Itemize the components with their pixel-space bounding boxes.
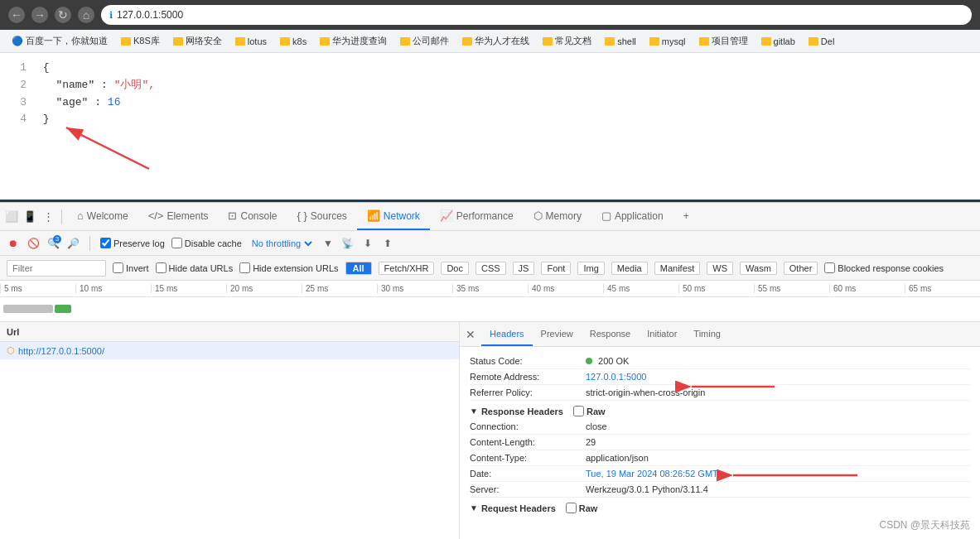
tab-console[interactable]: ⊡ Console <box>218 203 287 230</box>
timing-tab-label: Timing <box>693 329 721 339</box>
fetch-xhr-button[interactable]: Fetch/XHR <box>379 262 435 275</box>
tab-add[interactable]: + <box>673 203 699 230</box>
bookmark-baidu[interactable]: 🔵 百度一下，你就知道 <box>7 33 113 49</box>
forward-button[interactable]: → <box>31 7 48 23</box>
request-raw-input[interactable] <box>566 503 577 513</box>
url-header-label: Url <box>7 327 19 337</box>
close-button[interactable]: ✕ <box>463 327 478 342</box>
json-brace-close: } <box>43 113 50 125</box>
tick-10ms: 10 ms <box>75 284 151 293</box>
tab-response[interactable]: Response <box>582 322 640 346</box>
bookmark-label: Del <box>821 36 835 46</box>
tab-application[interactable]: ▢ Application <box>591 203 673 230</box>
folder-icon <box>809 37 818 46</box>
address-bar[interactable]: ℹ 127.0.0.1:5000 <box>101 5 972 25</box>
manifest-button[interactable]: Manifest <box>654 262 701 275</box>
filter-input[interactable] <box>7 260 106 277</box>
url-list-item[interactable]: ⬡ http://127.0.0.1:5000/ <box>0 342 459 359</box>
ws-button[interactable]: WS <box>707 262 733 275</box>
img-button[interactable]: Img <box>577 262 604 275</box>
js-button[interactable]: JS <box>513 262 535 275</box>
clear-icon[interactable]: 🚫 <box>27 237 40 250</box>
line-number: 2 <box>10 77 27 94</box>
tab-memory[interactable]: ⬡ Memory <box>524 203 591 230</box>
font-button[interactable]: Font <box>541 262 571 275</box>
timeline-bar-gray <box>3 305 53 313</box>
device-icon[interactable]: 📱 <box>22 209 38 225</box>
blocked-cookies-checkbox[interactable]: Blocked response cookies <box>824 262 944 273</box>
throttle-down-icon[interactable]: ▼ <box>321 237 335 250</box>
preserve-log-input[interactable] <box>100 238 111 248</box>
wasm-button[interactable]: Wasm <box>740 262 777 275</box>
bookmark-company-mail[interactable]: 公司邮件 <box>395 33 454 49</box>
tab-performance[interactable]: 📈 Performance <box>430 203 524 230</box>
media-button[interactable]: Media <box>611 262 648 275</box>
preserve-log-checkbox[interactable]: Preserve log <box>100 238 165 248</box>
other-button[interactable]: Other <box>784 262 818 275</box>
tab-sources[interactable]: { } Sources <box>287 203 357 230</box>
request-raw-checkbox[interactable]: Raw <box>566 503 598 513</box>
bookmark-del[interactable]: Del <box>804 35 840 48</box>
tab-welcome[interactable]: ⌂ Welcome <box>67 203 138 230</box>
disable-cache-checkbox[interactable]: Disable cache <box>171 238 242 248</box>
json-name-value: "小明", <box>114 79 155 91</box>
headers-panel: ✕ Headers Preview Response Initiator Tim… <box>460 322 980 539</box>
inspect-icon[interactable]: ⬜ <box>3 209 20 225</box>
disable-cache-label: Disable cache <box>185 238 242 248</box>
back-button[interactable]: ← <box>8 7 25 23</box>
tab-network[interactable]: 📶 Network <box>357 203 430 230</box>
throttle-select[interactable]: No throttling <box>249 238 315 249</box>
bookmark-common-docs[interactable]: 常见文档 <box>538 33 596 49</box>
json-brace-open: { <box>43 61 50 74</box>
tab-initiator[interactable]: Initiator <box>639 322 685 346</box>
sources-tab-icon: { } <box>297 209 307 222</box>
export-icon[interactable]: ⬆ <box>381 237 394 250</box>
json-line-4: 4 } <box>10 111 970 128</box>
filter-icon[interactable]: 🔍3 <box>46 237 60 250</box>
bookmark-shell[interactable]: shell <box>600 35 641 48</box>
status-code-text: 200 OK <box>598 356 629 366</box>
all-filter-button[interactable]: All <box>345 262 372 275</box>
hide-data-urls-label: Hide data URLs <box>169 263 234 273</box>
section-arrow: ▼ <box>470 407 478 416</box>
hide-data-urls-input[interactable] <box>156 262 167 273</box>
url-list-header: Url <box>0 322 459 342</box>
bookmark-label: K8S库 <box>133 35 160 47</box>
tab-preview[interactable]: Preview <box>533 322 582 346</box>
css-button[interactable]: CSS <box>476 262 506 275</box>
hide-data-urls-checkbox[interactable]: Hide data URLs <box>156 262 234 273</box>
bookmark-lotus[interactable]: lotus <box>230 35 272 48</box>
record-icon[interactable]: ⏺ <box>7 237 20 250</box>
reload-button[interactable]: ↻ <box>55 7 71 23</box>
tab-elements[interactable]: </> Elements <box>138 203 219 230</box>
home-button[interactable]: ⌂ <box>78 7 94 23</box>
bookmark-huawei-progress[interactable]: 华为进度查询 <box>315 33 392 49</box>
content-type-row: Content-Type: application/json <box>470 450 970 466</box>
more-icon[interactable]: ⋮ <box>40 209 56 225</box>
blocked-cookies-input[interactable] <box>824 262 835 273</box>
bookmark-huawei-talent[interactable]: 华为人才在线 <box>457 33 534 49</box>
raw-input[interactable] <box>573 406 584 416</box>
bookmark-k8s2[interactable]: k8s <box>275 35 311 48</box>
disable-cache-input[interactable] <box>171 238 182 248</box>
console-tab-icon: ⊡ <box>228 209 237 222</box>
bookmark-network-security[interactable]: 网络安全 <box>168 33 227 49</box>
connection-value: close <box>586 421 970 431</box>
hide-extension-urls-checkbox[interactable]: Hide extension URLs <box>239 262 338 273</box>
invert-input[interactable] <box>113 262 123 273</box>
bookmark-project-mgmt[interactable]: 项目管理 <box>694 33 753 49</box>
bookmark-k8s[interactable]: K8S库 <box>116 33 165 49</box>
tab-headers[interactable]: Headers <box>481 322 533 346</box>
invert-checkbox[interactable]: Invert <box>113 262 149 273</box>
bookmark-gitlab[interactable]: gitlab <box>756 35 800 48</box>
tick-label: 55 ms <box>758 284 780 293</box>
bookmark-mysql[interactable]: mysql <box>644 35 691 48</box>
tab-timing[interactable]: Timing <box>685 322 729 346</box>
search-icon[interactable]: 🔎 <box>66 237 80 250</box>
import-icon[interactable]: ⬇ <box>361 237 374 250</box>
hide-extension-urls-input[interactable] <box>239 262 250 273</box>
doc-button[interactable]: Doc <box>441 262 469 275</box>
wifi-icon[interactable]: 📡 <box>341 237 355 250</box>
raw-checkbox[interactable]: Raw <box>573 406 606 416</box>
tick-label: 10 ms <box>80 284 102 293</box>
